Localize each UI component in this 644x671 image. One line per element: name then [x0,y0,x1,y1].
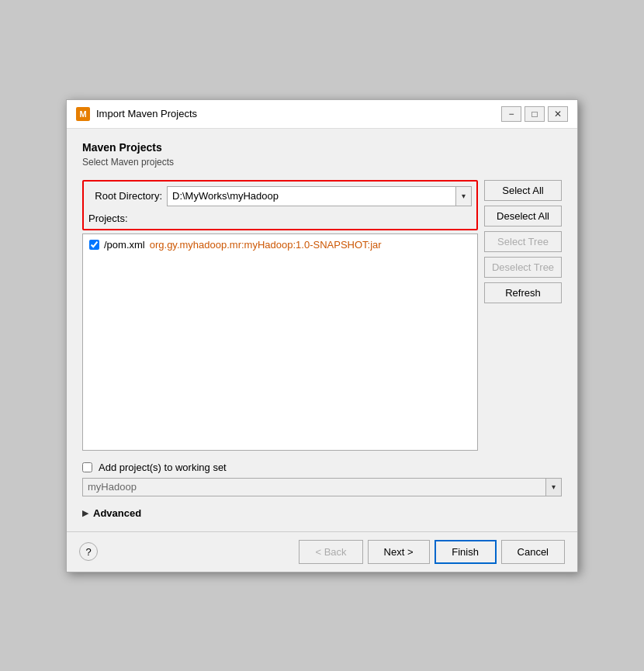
maximize-button[interactable]: □ [525,106,545,122]
section-title: Maven Projects [82,141,562,154]
root-dir-input[interactable] [168,189,455,203]
root-dir-container: Root Directory: ▾ Projects: [82,180,478,230]
projects-label: Projects: [88,213,472,224]
advanced-label: Advanced [93,507,141,519]
left-area: Root Directory: ▾ Projects: /pom.xml [82,180,478,451]
select-all-button[interactable]: Select All [484,180,562,201]
deselect-all-button[interactable]: Deselect All [484,206,562,227]
projects-list: /pom.xml org.gy.myhadoop.mr:myHadoop:1.0… [82,233,478,451]
root-dir-row: Root Directory: ▾ [88,186,472,206]
project-name: /pom.xml [104,239,145,251]
refresh-button[interactable]: Refresh [484,282,562,303]
help-button[interactable]: ? [79,542,98,561]
cancel-button[interactable]: Cancel [501,540,565,564]
finish-button[interactable]: Finish [435,540,497,564]
project-checkbox[interactable] [89,240,99,250]
title-bar: M Import Maven Projects − □ ✕ [67,100,577,129]
working-set-label: Add project(s) to working set [99,462,227,473]
working-set-checkbox[interactable] [82,462,92,472]
working-set-input[interactable] [83,479,545,494]
root-dir-label: Root Directory: [88,190,162,202]
dialog-title: Import Maven Projects [96,108,495,119]
working-set-row: Add project(s) to working set [82,462,562,473]
side-buttons: Select All Deselect All Select Tree Dese… [484,180,562,303]
select-tree-button[interactable]: Select Tree [484,231,562,252]
root-dir-dropdown-arrow[interactable]: ▾ [455,187,471,206]
root-dir-combobox[interactable]: ▾ [167,186,472,206]
section-subtitle: Select Maven projects [82,157,562,168]
minimize-button[interactable]: − [501,106,521,122]
deselect-tree-button[interactable]: Deselect Tree [484,257,562,278]
back-button[interactable]: < Back [299,540,362,564]
main-content-area: Root Directory: ▾ Projects: /pom.xml [82,180,562,451]
title-bar-controls: − □ ✕ [501,106,568,122]
project-detail: org.gy.myhadoop.mr:myHadoop:1.0-SNAPSHOT… [150,239,382,251]
dialog-body: Maven Projects Select Maven projects Roo… [67,129,577,531]
close-button[interactable]: ✕ [548,106,568,122]
working-set-dropdown-arrow[interactable]: ▾ [545,479,561,496]
working-set-combo[interactable]: ▾ [82,478,562,496]
advanced-section[interactable]: ▶ Advanced [82,507,562,519]
dialog-footer: ? < Back Next > Finish Cancel [67,531,577,572]
list-item: /pom.xml org.gy.myhadoop.mr:myHadoop:1.0… [86,237,474,252]
footer-actions: < Back Next > Finish Cancel [299,540,565,564]
dialog-icon: M [76,107,90,121]
next-button[interactable]: Next > [368,540,430,564]
advanced-expand-icon: ▶ [82,508,88,518]
import-maven-dialog: M Import Maven Projects − □ ✕ Maven Proj… [66,99,578,572]
